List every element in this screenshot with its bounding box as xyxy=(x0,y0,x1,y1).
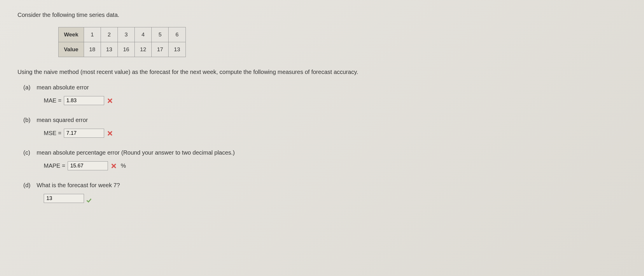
part-a-label: (a) xyxy=(23,84,35,91)
part-c-title: mean absolute percentage error (Round yo… xyxy=(37,149,235,156)
part-a: (a) mean absolute error MAE = xyxy=(23,84,626,105)
week-cell: 3 xyxy=(118,27,134,42)
mae-prefix: MAE = xyxy=(44,97,62,104)
percent-suffix: % xyxy=(121,162,126,169)
week-cell: 6 xyxy=(169,27,186,42)
part-b-label: (b) xyxy=(23,117,35,123)
part-d: (d) What is the forecast for week 7? xyxy=(23,182,626,203)
part-d-label: (d) xyxy=(23,182,35,189)
mae-input[interactable] xyxy=(64,96,104,105)
part-d-title: What is the forecast for week 7? xyxy=(37,182,120,189)
week-cell: 4 xyxy=(135,27,152,42)
part-c-label: (c) xyxy=(23,149,35,156)
wrong-icon xyxy=(106,130,113,137)
wrong-icon xyxy=(106,98,113,104)
mse-input[interactable] xyxy=(64,129,104,138)
part-b-title: mean squared error xyxy=(37,117,88,123)
value-cell: 17 xyxy=(152,42,169,57)
value-cell: 16 xyxy=(118,42,134,57)
mse-prefix: MSE = xyxy=(44,130,62,137)
mape-input[interactable] xyxy=(68,161,108,170)
part-a-title: mean absolute error xyxy=(37,84,89,91)
instruction-text: Using the naive method (most recent valu… xyxy=(18,69,626,75)
part-c: (c) mean absolute percentage error (Roun… xyxy=(23,149,626,170)
time-series-table: Week 1 2 3 4 5 6 Value 18 13 16 12 17 13 xyxy=(58,27,186,57)
forecast-input[interactable] xyxy=(44,194,84,203)
wrong-icon xyxy=(110,163,117,169)
correct-icon xyxy=(86,195,93,202)
intro-text: Consider the following time series data. xyxy=(18,12,626,18)
value-cell: 13 xyxy=(169,42,186,57)
row-header-week: Week xyxy=(59,27,84,42)
row-header-value: Value xyxy=(59,42,84,57)
value-cell: 13 xyxy=(101,42,118,57)
mape-prefix: MAPE = xyxy=(44,162,65,169)
part-b: (b) mean squared error MSE = xyxy=(23,117,626,138)
week-cell: 1 xyxy=(84,27,101,42)
week-cell: 5 xyxy=(152,27,169,42)
value-cell: 12 xyxy=(135,42,152,57)
week-cell: 2 xyxy=(101,27,118,42)
value-cell: 18 xyxy=(84,42,101,57)
